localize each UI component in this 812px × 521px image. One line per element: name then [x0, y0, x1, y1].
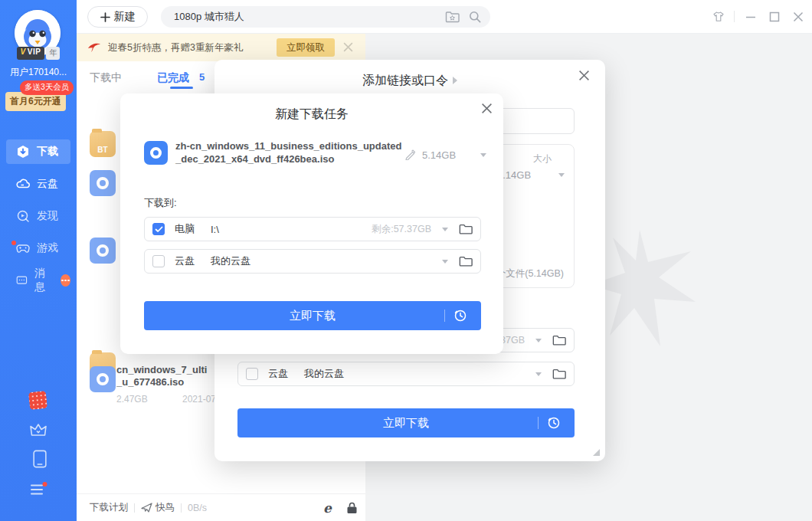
- maximize-icon[interactable]: [768, 11, 781, 23]
- sidebar-item-discover[interactable]: 发现: [6, 204, 70, 228]
- speed-value: 0B/s: [188, 503, 207, 513]
- schedule-clock-icon[interactable]: [547, 416, 561, 430]
- discover-icon: [16, 209, 30, 223]
- edit-pencil-icon[interactable]: [404, 149, 416, 160]
- chevron-down-icon[interactable]: [480, 153, 486, 157]
- save-to-pc-row[interactable]: 电脑 I:\ 剩余:57.37GB: [144, 217, 481, 241]
- browse-folder-icon[interactable]: [459, 223, 473, 235]
- vip-badge: VVIP: [17, 47, 45, 60]
- bt-label: BT: [97, 146, 107, 154]
- download-plan-link[interactable]: 下载计划: [90, 501, 128, 514]
- pc-path: I:\: [211, 224, 219, 235]
- fast-bird-link[interactable]: 快鸟: [156, 501, 175, 514]
- close-dialog-icon[interactable]: [481, 103, 493, 114]
- chevron-down-icon[interactable]: [535, 339, 542, 342]
- browse-folder-icon[interactable]: [552, 334, 566, 346]
- tab-downloading[interactable]: 下载中: [90, 71, 122, 85]
- save-to-cloud-row[interactable]: 云盘 我的云盘: [237, 362, 575, 386]
- new-task-button[interactable]: 新建: [87, 6, 148, 28]
- collection-folder-icon[interactable]: [445, 11, 460, 23]
- minimize-icon[interactable]: [745, 11, 757, 23]
- size-column-header: 大小: [533, 152, 552, 165]
- cloud-label: 云盘: [268, 367, 288, 381]
- close-dialog-icon[interactable]: [578, 70, 590, 81]
- cloud-label: 云盘: [175, 254, 195, 268]
- iso-task-icon[interactable]: [90, 238, 116, 264]
- browser-e-icon[interactable]: e: [323, 500, 332, 516]
- iso-file-icon: [144, 141, 168, 165]
- pc-checkbox[interactable]: [152, 223, 165, 235]
- plus-icon: [100, 12, 110, 22]
- download-to-label: 下载到:: [144, 196, 177, 210]
- mobile-phone-icon[interactable]: [31, 450, 49, 468]
- task-file-name: zh-cn_windows_11_business_editions_updat…: [175, 139, 402, 165]
- browse-folder-icon[interactable]: [459, 255, 473, 267]
- tab-completed[interactable]: 已完成: [157, 71, 189, 85]
- search-input[interactable]: 1080p 城市猎人: [161, 6, 490, 28]
- gamepad-icon: [16, 241, 30, 255]
- skin-shirt-icon[interactable]: [712, 11, 725, 23]
- chevron-down-icon[interactable]: [442, 228, 448, 231]
- chevron-down-icon[interactable]: [535, 372, 542, 376]
- remaining-space: 剩余:57.37GB: [372, 223, 431, 236]
- expand-arrow-icon[interactable]: [453, 77, 457, 84]
- close-window-icon[interactable]: [792, 11, 804, 23]
- download-now-button[interactable]: 立即下载: [144, 301, 481, 330]
- chevron-down-icon[interactable]: [442, 260, 448, 264]
- message-count-badge: [61, 274, 70, 287]
- sidebar-item-label: 游戏: [37, 241, 58, 255]
- sidebar-item-messages[interactable]: 消息: [6, 268, 70, 293]
- sidebar-item-label: 下载: [37, 145, 58, 159]
- promo-message: 迎春5折特惠，再赠3重新年豪礼: [108, 41, 243, 54]
- browse-folder-icon[interactable]: [552, 368, 566, 380]
- claim-now-button[interactable]: 立即领取: [277, 38, 335, 57]
- crown-icon[interactable]: [29, 421, 47, 439]
- bird-watermark: [590, 230, 697, 360]
- schedule-clock-icon[interactable]: [453, 309, 467, 323]
- download-now-label: 立即下载: [290, 309, 336, 323]
- sidebar-item-label: 发现: [37, 209, 58, 223]
- tab-completed-count: 5: [199, 71, 205, 83]
- bt-task-icon[interactable]: BT: [90, 131, 116, 157]
- sidebar-item-label: 消息: [34, 267, 52, 294]
- menu-icon[interactable]: [29, 480, 47, 499]
- task-dialog-title: 新建下载任务: [120, 106, 503, 123]
- cloud-checkbox[interactable]: [152, 255, 165, 267]
- file-size: 2.47GB: [116, 394, 148, 405]
- save-to-cloud-row[interactable]: 云盘 我的云盘: [144, 249, 481, 274]
- top-bar: 新建 1080p 城市猎人: [77, 0, 812, 34]
- red-packet-grid-icon[interactable]: [29, 392, 47, 410]
- promo-banner: 迎春5折特惠，再赠3重新年豪礼 立即领取: [77, 34, 365, 61]
- iso-task-icon[interactable]: [90, 366, 116, 392]
- sidebar-item-games[interactable]: 游戏: [6, 236, 70, 260]
- download-now-label: 立即下载: [383, 416, 429, 431]
- divider: [734, 11, 735, 22]
- member-gift-badge: 多送3天会员: [20, 80, 74, 95]
- message-icon: [16, 274, 28, 287]
- iso-task-icon[interactable]: [90, 170, 116, 196]
- lock-icon[interactable]: [346, 502, 358, 514]
- add-dialog-title: 添加链接或口令: [214, 73, 605, 89]
- chevron-down-icon[interactable]: [558, 173, 565, 177]
- resize-handle[interactable]: [593, 449, 600, 456]
- vip-year-badge: 年: [46, 47, 60, 60]
- task-file-size: 5.14GB: [422, 149, 456, 161]
- vip-badges[interactable]: VVIP 年: [0, 47, 77, 60]
- sidebar-item-download[interactable]: 下载: [6, 139, 70, 164]
- download-now-button[interactable]: 立即下载: [237, 408, 575, 437]
- username[interactable]: 用户170140...: [0, 66, 77, 79]
- cloud-path: 我的云盘: [211, 254, 250, 268]
- download-icon: [16, 145, 30, 159]
- fast-bird-icon: [141, 503, 152, 513]
- new-task-label: 新建: [114, 10, 136, 24]
- banner-close-icon[interactable]: [342, 41, 354, 53]
- sidebar-item-label: 云盘: [37, 177, 58, 191]
- sidebar: VVIP 年 用户170140... 多送3天会员 首月6元开通 下载 云盘 发…: [0, 0, 77, 521]
- sidebar-item-cloud[interactable]: 云盘: [6, 172, 70, 196]
- search-value: 1080p 城市猎人: [174, 10, 445, 24]
- search-icon[interactable]: [469, 11, 481, 23]
- cloud-checkbox[interactable]: [246, 368, 258, 380]
- notification-dot: [11, 241, 16, 245]
- cloud-path: 我的云盘: [304, 367, 344, 381]
- file-date: 2021-07: [182, 394, 216, 405]
